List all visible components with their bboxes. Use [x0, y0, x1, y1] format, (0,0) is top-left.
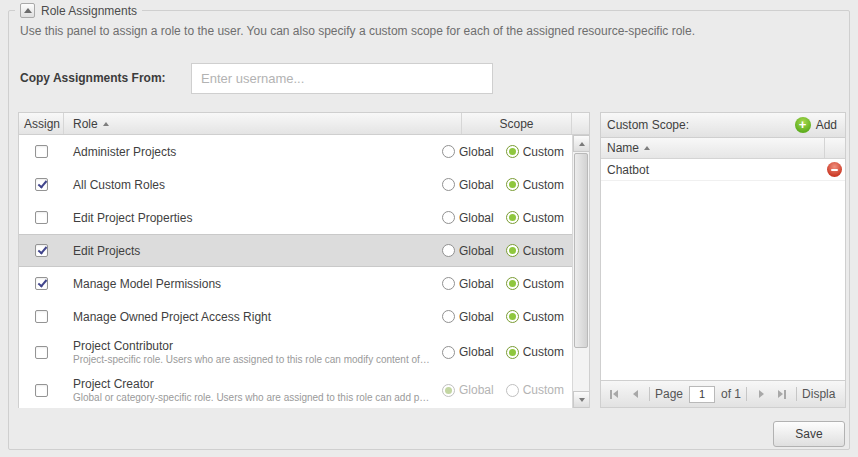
role-cell: Manage Owned Project Access Right — [64, 310, 432, 324]
scope-global-radio[interactable]: Global — [442, 345, 494, 359]
next-page-button[interactable] — [752, 385, 770, 403]
scope-global-radio[interactable]: Global — [442, 211, 494, 225]
scope-cell: Global Custom — [432, 345, 572, 359]
scope-custom-radio[interactable]: Custom — [506, 277, 564, 291]
copy-assignments-input[interactable] — [191, 63, 493, 94]
assign-checkbox[interactable] — [35, 145, 48, 158]
radio-icon — [442, 211, 455, 224]
role-cell: Edit Project Properties — [64, 211, 432, 225]
roles-grid: Assign Role Scope Administer Projects Gl — [18, 112, 590, 408]
scroll-down-button[interactable] — [573, 391, 589, 408]
role-name: Manage Owned Project Access Right — [73, 310, 432, 324]
radio-icon — [442, 178, 455, 191]
save-button[interactable]: Save — [773, 421, 845, 447]
panel-description: Use this panel to assign a role to the u… — [20, 24, 695, 38]
custom-scope-title: Custom Scope: — [607, 118, 795, 132]
global-radio-label: Global — [459, 277, 494, 291]
last-page-icon — [778, 390, 783, 398]
prev-page-button[interactable] — [626, 385, 644, 403]
grid-row[interactable]: Edit Projects Global Custom — [19, 234, 589, 267]
scope-column-header[interactable]: Scope — [462, 113, 572, 134]
scope-custom-radio[interactable]: Custom — [506, 244, 564, 258]
first-page-icon — [610, 390, 612, 399]
grid-row[interactable]: Manage Model Permissions Global Custom — [19, 267, 589, 300]
assign-cell — [19, 346, 64, 359]
assign-cell — [19, 211, 64, 224]
assign-column-header[interactable]: Assign — [19, 113, 64, 134]
sort-asc-icon — [644, 146, 650, 150]
assign-checkbox[interactable] — [35, 277, 48, 290]
scope-custom-radio[interactable]: Custom — [506, 383, 564, 397]
assign-checkbox[interactable] — [35, 384, 48, 397]
role-column-label: Role — [73, 117, 98, 131]
custom-radio-label: Custom — [523, 244, 564, 258]
display-info-label: Displa — [802, 387, 835, 401]
assign-checkbox[interactable] — [35, 310, 48, 323]
scope-cell: Global Custom — [432, 277, 572, 291]
scope-cell: Global Custom — [432, 178, 572, 192]
radio-icon — [442, 145, 455, 158]
grid-row[interactable]: Administer Projects Global Custom — [19, 135, 589, 168]
role-name: All Custom Roles — [73, 178, 432, 192]
minus-circle-icon[interactable] — [827, 162, 842, 177]
toolbar-separator — [796, 387, 797, 401]
role-name: Project Creator — [73, 377, 432, 391]
grid-row[interactable]: Edit Project Properties Global Custom — [19, 201, 589, 234]
role-column-header[interactable]: Role — [64, 113, 462, 134]
copy-assignments-label: Copy Assignments From: — [20, 63, 166, 93]
scope-custom-radio[interactable]: Custom — [506, 345, 564, 359]
radio-icon — [506, 310, 519, 323]
global-radio-label: Global — [459, 178, 494, 192]
assign-cell — [19, 244, 64, 257]
grid-scrollbar[interactable] — [572, 135, 589, 408]
global-radio-label: Global — [459, 211, 494, 225]
header-spacer — [572, 113, 589, 134]
custom-scope-row[interactable]: Chatbot — [601, 159, 845, 181]
collapse-panel-button[interactable] — [20, 3, 35, 18]
custom-scope-panel: Custom Scope: Add Name Chatbot Page of 1 — [600, 112, 846, 408]
role-name: Edit Project Properties — [73, 211, 432, 225]
page-label: Page — [655, 387, 683, 401]
scroll-thumb[interactable] — [574, 153, 588, 348]
scroll-up-button[interactable] — [573, 135, 589, 152]
scope-global-radio[interactable]: Global — [442, 244, 494, 258]
last-page-button[interactable] — [773, 385, 791, 403]
scope-custom-radio[interactable]: Custom — [506, 145, 564, 159]
custom-scope-header: Custom Scope: Add — [601, 113, 845, 138]
scope-global-radio[interactable]: Global — [442, 277, 494, 291]
assign-checkbox[interactable] — [35, 211, 48, 224]
first-page-button[interactable] — [605, 385, 623, 403]
scope-custom-radio[interactable]: Custom — [506, 310, 564, 324]
grid-body: Administer Projects Global Custom All Cu… — [19, 135, 589, 408]
custom-scope-list: Chatbot — [601, 159, 845, 380]
add-scope-button[interactable]: Add — [795, 117, 839, 133]
scope-global-radio[interactable]: Global — [442, 383, 494, 397]
grid-row[interactable]: All Custom Roles Global Custom — [19, 168, 589, 201]
radio-icon — [442, 310, 455, 323]
page-number-input[interactable] — [689, 386, 715, 403]
radio-icon — [506, 178, 519, 191]
scope-global-radio[interactable]: Global — [442, 310, 494, 324]
paging-toolbar: Page of 1 Displa — [601, 380, 845, 407]
plus-circle-icon — [795, 117, 811, 133]
assign-cell — [19, 178, 64, 191]
radio-icon — [442, 346, 455, 359]
scope-custom-radio[interactable]: Custom — [506, 178, 564, 192]
custom-radio-label: Custom — [523, 277, 564, 291]
grid-row[interactable]: Project Creator Global or category-speci… — [19, 371, 589, 408]
scope-global-radio[interactable]: Global — [442, 178, 494, 192]
assign-cell — [19, 277, 64, 290]
radio-icon — [506, 346, 519, 359]
grid-row[interactable]: Manage Owned Project Access Right Global… — [19, 300, 589, 333]
name-column-label: Name — [607, 141, 639, 155]
global-radio-label: Global — [459, 310, 494, 324]
assign-checkbox[interactable] — [35, 346, 48, 359]
custom-radio-label: Custom — [523, 383, 564, 397]
scope-global-radio[interactable]: Global — [442, 145, 494, 159]
scope-custom-radio[interactable]: Custom — [506, 211, 564, 225]
grid-row[interactable]: Project Contributor Project-specific rol… — [19, 333, 589, 371]
assign-checkbox[interactable] — [35, 244, 48, 257]
name-column-header[interactable]: Name — [601, 138, 845, 159]
assign-checkbox[interactable] — [35, 178, 48, 191]
assign-cell — [19, 310, 64, 323]
